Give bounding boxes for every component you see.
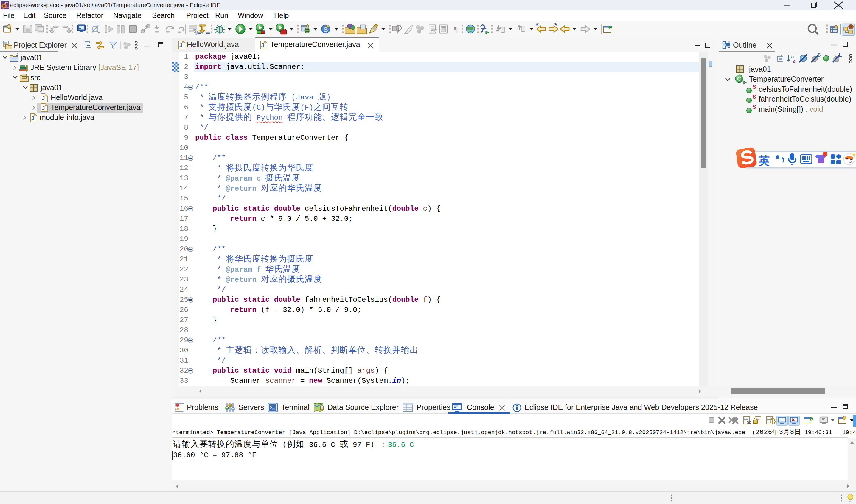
svg-text:J: J	[261, 42, 265, 49]
svg-text:¶: ¶	[453, 25, 458, 34]
svg-text:C: C	[737, 76, 741, 82]
svg-text:S: S	[753, 105, 756, 110]
svg-text:J: J	[179, 42, 183, 49]
svg-text:S: S	[753, 94, 756, 100]
svg-text:IDE: IDE	[5, 6, 9, 8]
svg-text:EE: EE	[5, 2, 8, 4]
svg-text:*: *	[536, 21, 539, 30]
svg-text:*: *	[554, 21, 557, 30]
svg-text:S: S	[753, 85, 756, 90]
svg-text:z: z	[793, 57, 796, 64]
